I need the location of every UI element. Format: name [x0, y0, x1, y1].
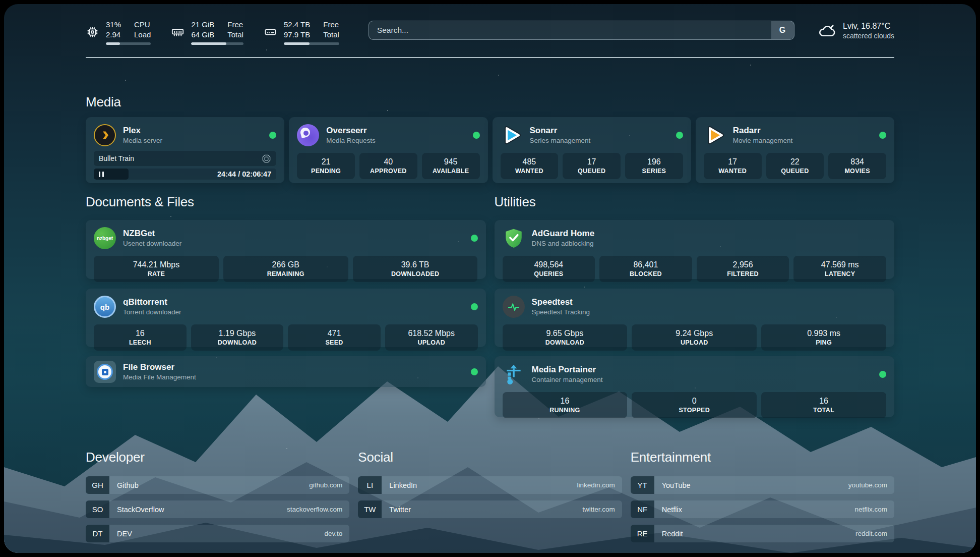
bookmark-netflix[interactable]: NF Netflix netflix.com [631, 500, 894, 518]
app-desc: Series management [530, 136, 591, 145]
weather-location-temp: Lviv, 16.87°C [843, 21, 894, 31]
stat-tile: 16 LEECH [94, 324, 187, 351]
weather-widget[interactable]: Lviv, 16.87°C scattered clouds [818, 21, 894, 41]
nzbget-icon: nzbget [94, 227, 116, 249]
bookmark-url: youtube.com [848, 481, 887, 489]
filebrowser-card[interactable]: File Browser Media File Management [86, 356, 486, 387]
stat-value: 86,401 [633, 260, 658, 269]
adguard-icon [503, 227, 525, 249]
stat-value: 21 [322, 157, 331, 166]
radarr-icon [704, 124, 726, 146]
ram-free-label: Free [227, 20, 243, 30]
stat-tile: 0 STOPPED [632, 392, 757, 418]
bookmark-reddit[interactable]: RE Reddit reddit.com [631, 525, 894, 542]
stat-tile: 0.993 ms PING [761, 324, 886, 351]
nzbget-card[interactable]: nzbget NZBGet Usenet downloader 744.21 M… [86, 220, 486, 279]
portainer-card[interactable]: Media Portainer Container management 16 … [495, 356, 895, 417]
stat-label: PENDING [311, 168, 341, 175]
now-playing-row: Bullet Train [94, 151, 276, 166]
stat-value: 16 [136, 329, 145, 338]
stat-label: MOVIES [844, 168, 870, 175]
stat-value: 16 [819, 397, 828, 406]
developer-section-title: Developer [86, 450, 349, 465]
portainer-icon [503, 363, 525, 385]
stat-label: AVAILABLE [433, 168, 469, 175]
ram-stat: 21 GiB 64 GiB Free Total [171, 20, 243, 45]
cpu-stat: 31% 2.94 CPU Load [86, 20, 151, 45]
stat-value: 9.24 Gbps [676, 329, 713, 338]
stat-value: 744.21 Mbps [133, 260, 180, 269]
bookmark-name: StackOverflow [117, 506, 164, 514]
stat-label: LATENCY [825, 270, 855, 277]
stat-label: RUNNING [549, 407, 580, 414]
ram-free-value: 21 GiB [191, 20, 214, 30]
bookmark-abbr: DT [86, 525, 109, 542]
bookmark-stackoverflow[interactable]: SO StackOverflow stackoverflow.com [86, 500, 349, 518]
speedtest-card[interactable]: Speedtest Speedtest Tracking 9.65 Gbps D… [495, 289, 895, 347]
bookmark-twitter[interactable]: TW Twitter twitter.com [358, 500, 622, 518]
entertainment-column: Entertainment YT YouTube youtube.com NF … [631, 450, 894, 549]
stat-label: BLOCKED [630, 270, 662, 277]
app-desc: Media server [123, 136, 162, 145]
stat-label: UPLOAD [417, 339, 445, 346]
bookmark-name: LinkedIn [389, 481, 417, 489]
stat-value: 834 [850, 157, 864, 166]
load-label: Load [134, 30, 151, 40]
bookmark-dev[interactable]: DT DEV dev.to [86, 525, 349, 542]
status-dot [879, 132, 886, 139]
stat-label: DOWNLOAD [545, 339, 584, 346]
disk-total-label: Total [323, 30, 339, 40]
stat-value: 17 [587, 157, 596, 166]
search-engine-button[interactable]: G [771, 21, 794, 39]
app-name: File Browser [123, 362, 196, 373]
media-grid: Plex Media server Bullet Train [86, 117, 894, 183]
bookmark-abbr: NF [631, 500, 654, 518]
search-input[interactable] [369, 21, 794, 40]
stat-label: DOWNLOAD [218, 339, 257, 346]
adguard-card[interactable]: AdGuard Home DNS and adblocking 498,564 … [495, 220, 895, 279]
stat-tile: 9.24 Gbps UPLOAD [632, 324, 757, 351]
stat-value: 39.6 TB [401, 260, 430, 269]
filebrowser-icon [94, 361, 116, 383]
status-dot [269, 132, 276, 139]
bookmark-url: github.com [309, 481, 342, 489]
stat-value: 16 [561, 397, 570, 406]
stat-tile: 945 AVAILABLE [422, 153, 480, 179]
bookmark-url: reddit.com [855, 530, 887, 537]
stat-tile: 21 PENDING [297, 153, 355, 179]
stat-label: QUEUED [781, 168, 809, 175]
session-icon[interactable] [262, 154, 271, 163]
qbittorrent-card[interactable]: qb qBittorrent Torrent downloader 16 LEE… [86, 289, 486, 347]
ram-progress-bar [191, 42, 243, 45]
app-desc: Usenet downloader [123, 239, 181, 248]
cpu-usage-value: 31% [106, 20, 121, 30]
plex-card[interactable]: Plex Media server Bullet Train [86, 117, 284, 183]
plex-icon [94, 124, 116, 146]
bookmark-url: netflix.com [854, 506, 887, 513]
sonarr-card[interactable]: Sonarr Series management 485 WANTED 17 Q… [493, 117, 691, 183]
radarr-card[interactable]: Radarr Movie management 17 WANTED 22 QUE… [696, 117, 894, 183]
ram-total-label: Total [227, 30, 243, 40]
stat-tile: 834 MOVIES [828, 153, 886, 179]
stat-value: 498,564 [534, 260, 563, 269]
bookmark-github[interactable]: GH Github github.com [86, 476, 349, 494]
stat-value: 22 [790, 157, 800, 166]
disk-icon [264, 25, 277, 39]
bookmark-name: Twitter [389, 506, 411, 514]
playback-progress[interactable]: 24:44 / 02:06:47 [94, 169, 276, 180]
stat-tile: 9.65 Gbps DOWNLOAD [503, 324, 628, 351]
stat-tile: 498,564 QUERIES [503, 256, 595, 282]
bookmark-abbr: YT [631, 476, 654, 494]
overseerr-icon [297, 124, 319, 146]
status-dot [879, 371, 886, 378]
bookmark-abbr: RE [631, 525, 654, 542]
stat-tile: 22 QUEUED [766, 153, 824, 179]
overseerr-card[interactable]: Overseerr Media Requests 21 PENDING 40 A… [289, 117, 487, 183]
bookmark-name: DEV [117, 530, 132, 538]
documents-column: Documents & Files nzbget NZBGet Usenet d… [86, 194, 486, 417]
app-name: Media Portainer [532, 364, 603, 375]
social-section-title: Social [358, 450, 622, 465]
bookmark-youtube[interactable]: YT YouTube youtube.com [631, 476, 894, 494]
stat-tile: 47.569 ms LATENCY [793, 256, 886, 282]
bookmark-linkedin[interactable]: LI LinkedIn linkedin.com [358, 476, 622, 494]
